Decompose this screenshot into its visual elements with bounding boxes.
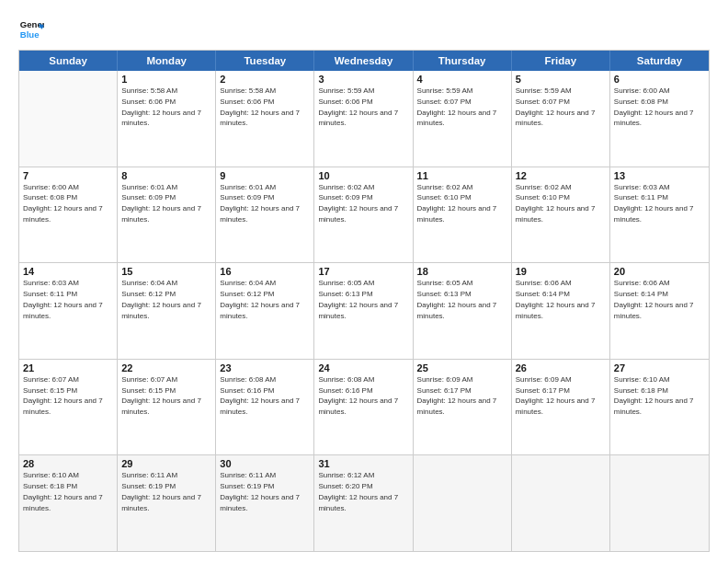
- header-day-sunday: Sunday: [19, 51, 118, 71]
- week-row-4: 28Sunrise: 6:10 AMSunset: 6:18 PMDayligh…: [19, 454, 709, 551]
- week-row-0: 1Sunrise: 5:58 AMSunset: 6:06 PMDaylight…: [19, 71, 709, 167]
- cell-info: Sunrise: 6:06 AMSunset: 6:14 PMDaylight:…: [614, 279, 694, 319]
- calendar-header: SundayMondayTuesdayWednesdayThursdayFrid…: [19, 51, 709, 71]
- day-number: 31: [318, 458, 408, 469]
- day-cell-21: 21Sunrise: 6:07 AMSunset: 6:15 PMDayligh…: [19, 360, 118, 455]
- header-day-thursday: Thursday: [414, 51, 512, 71]
- day-number: 14: [23, 266, 113, 277]
- cell-info: Sunrise: 6:05 AMSunset: 6:13 PMDaylight:…: [417, 279, 497, 319]
- day-cell-31: 31Sunrise: 6:12 AMSunset: 6:20 PMDayligh…: [314, 455, 413, 551]
- header-day-saturday: Saturday: [610, 51, 709, 71]
- day-number: 27: [614, 362, 705, 373]
- day-cell-7: 7Sunrise: 6:00 AMSunset: 6:08 PMDaylight…: [19, 167, 118, 263]
- day-cell-5: 5Sunrise: 5:59 AMSunset: 6:07 PMDaylight…: [512, 71, 610, 167]
- cell-info: Sunrise: 6:08 AMSunset: 6:16 PMDaylight:…: [220, 375, 300, 416]
- empty-cell: [414, 455, 512, 551]
- day-number: 17: [318, 266, 408, 277]
- day-cell-27: 27Sunrise: 6:10 AMSunset: 6:18 PMDayligh…: [610, 360, 709, 455]
- day-cell-17: 17Sunrise: 6:05 AMSunset: 6:13 PMDayligh…: [314, 263, 413, 359]
- week-row-2: 14Sunrise: 6:03 AMSunset: 6:11 PMDayligh…: [19, 262, 709, 359]
- day-number: 28: [23, 458, 113, 469]
- cell-info: Sunrise: 6:09 AMSunset: 6:17 PMDaylight:…: [417, 375, 497, 416]
- day-cell-26: 26Sunrise: 6:09 AMSunset: 6:17 PMDayligh…: [512, 360, 610, 455]
- day-cell-11: 11Sunrise: 6:02 AMSunset: 6:10 PMDayligh…: [414, 167, 512, 263]
- cell-info: Sunrise: 6:02 AMSunset: 6:10 PMDaylight:…: [516, 183, 596, 224]
- day-number: 29: [121, 458, 211, 469]
- week-row-3: 21Sunrise: 6:07 AMSunset: 6:15 PMDayligh…: [19, 359, 709, 455]
- day-number: 24: [318, 362, 408, 373]
- header-day-monday: Monday: [118, 51, 216, 71]
- cell-info: Sunrise: 5:58 AMSunset: 6:06 PMDaylight:…: [220, 86, 300, 127]
- cell-info: Sunrise: 6:02 AMSunset: 6:10 PMDaylight:…: [417, 183, 497, 224]
- day-cell-23: 23Sunrise: 6:08 AMSunset: 6:16 PMDayligh…: [216, 360, 314, 455]
- day-number: 16: [220, 266, 310, 277]
- cell-info: Sunrise: 6:07 AMSunset: 6:15 PMDaylight:…: [121, 375, 201, 416]
- header-day-wednesday: Wednesday: [314, 51, 413, 71]
- day-number: 30: [220, 458, 310, 469]
- day-number: 8: [121, 170, 211, 181]
- day-cell-22: 22Sunrise: 6:07 AMSunset: 6:15 PMDayligh…: [118, 360, 216, 455]
- day-number: 18: [417, 266, 507, 277]
- day-number: 26: [516, 362, 606, 373]
- day-cell-20: 20Sunrise: 6:06 AMSunset: 6:14 PMDayligh…: [610, 263, 709, 359]
- cell-info: Sunrise: 6:09 AMSunset: 6:17 PMDaylight:…: [516, 375, 596, 416]
- day-cell-1: 1Sunrise: 5:58 AMSunset: 6:06 PMDaylight…: [118, 71, 216, 167]
- cell-info: Sunrise: 5:58 AMSunset: 6:06 PMDaylight:…: [121, 86, 201, 127]
- day-number: 6: [614, 74, 705, 85]
- cell-info: Sunrise: 6:11 AMSunset: 6:19 PMDaylight:…: [220, 471, 300, 511]
- page: General Blue SundayMondayTuesdayWednesda…: [0, 0, 728, 563]
- empty-cell: [610, 455, 709, 551]
- day-number: 13: [614, 170, 705, 181]
- cell-info: Sunrise: 6:01 AMSunset: 6:09 PMDaylight:…: [220, 183, 300, 224]
- day-cell-25: 25Sunrise: 6:09 AMSunset: 6:17 PMDayligh…: [414, 360, 512, 455]
- day-number: 11: [417, 170, 507, 181]
- day-cell-2: 2Sunrise: 5:58 AMSunset: 6:06 PMDaylight…: [216, 71, 314, 167]
- calendar-body: 1Sunrise: 5:58 AMSunset: 6:06 PMDaylight…: [19, 71, 709, 551]
- cell-info: Sunrise: 6:11 AMSunset: 6:19 PMDaylight:…: [121, 471, 201, 511]
- cell-info: Sunrise: 6:06 AMSunset: 6:14 PMDaylight:…: [516, 279, 596, 319]
- day-cell-13: 13Sunrise: 6:03 AMSunset: 6:11 PMDayligh…: [610, 167, 709, 263]
- cell-info: Sunrise: 6:01 AMSunset: 6:09 PMDaylight:…: [121, 183, 201, 224]
- cell-info: Sunrise: 6:03 AMSunset: 6:11 PMDaylight:…: [23, 279, 103, 319]
- svg-text:Blue: Blue: [20, 29, 40, 40]
- day-cell-6: 6Sunrise: 6:00 AMSunset: 6:08 PMDaylight…: [610, 71, 709, 167]
- cell-info: Sunrise: 5:59 AMSunset: 6:06 PMDaylight:…: [318, 86, 398, 127]
- day-cell-8: 8Sunrise: 6:01 AMSunset: 6:09 PMDaylight…: [118, 167, 216, 263]
- cell-info: Sunrise: 6:00 AMSunset: 6:08 PMDaylight:…: [23, 183, 103, 224]
- day-number: 23: [220, 362, 310, 373]
- day-number: 2: [220, 74, 310, 85]
- empty-cell: [512, 455, 610, 551]
- cell-info: Sunrise: 6:04 AMSunset: 6:12 PMDaylight:…: [220, 279, 300, 319]
- cell-info: Sunrise: 6:02 AMSunset: 6:09 PMDaylight:…: [318, 183, 398, 224]
- cell-info: Sunrise: 6:10 AMSunset: 6:18 PMDaylight:…: [23, 471, 103, 511]
- day-cell-16: 16Sunrise: 6:04 AMSunset: 6:12 PMDayligh…: [216, 263, 314, 359]
- cell-info: Sunrise: 6:07 AMSunset: 6:15 PMDaylight:…: [23, 375, 103, 416]
- cell-info: Sunrise: 6:05 AMSunset: 6:13 PMDaylight:…: [318, 279, 398, 319]
- day-number: 3: [318, 74, 408, 85]
- day-cell-30: 30Sunrise: 6:11 AMSunset: 6:19 PMDayligh…: [216, 455, 314, 551]
- header-day-friday: Friday: [512, 51, 610, 71]
- day-cell-24: 24Sunrise: 6:08 AMSunset: 6:16 PMDayligh…: [314, 360, 413, 455]
- day-cell-18: 18Sunrise: 6:05 AMSunset: 6:13 PMDayligh…: [414, 263, 512, 359]
- cell-info: Sunrise: 6:04 AMSunset: 6:12 PMDaylight:…: [121, 279, 201, 319]
- day-cell-3: 3Sunrise: 5:59 AMSunset: 6:06 PMDaylight…: [314, 71, 413, 167]
- calendar: SundayMondayTuesdayWednesdayThursdayFrid…: [18, 50, 710, 552]
- day-cell-4: 4Sunrise: 5:59 AMSunset: 6:07 PMDaylight…: [414, 71, 512, 167]
- day-cell-14: 14Sunrise: 6:03 AMSunset: 6:11 PMDayligh…: [19, 263, 118, 359]
- header: General Blue: [18, 17, 710, 42]
- day-cell-28: 28Sunrise: 6:10 AMSunset: 6:18 PMDayligh…: [19, 455, 118, 551]
- day-cell-15: 15Sunrise: 6:04 AMSunset: 6:12 PMDayligh…: [118, 263, 216, 359]
- cell-info: Sunrise: 6:00 AMSunset: 6:08 PMDaylight:…: [614, 86, 694, 127]
- day-number: 12: [516, 170, 606, 181]
- day-number: 25: [417, 362, 507, 373]
- day-number: 9: [220, 170, 310, 181]
- day-number: 10: [318, 170, 408, 181]
- cell-info: Sunrise: 6:12 AMSunset: 6:20 PMDaylight:…: [318, 471, 398, 511]
- cell-info: Sunrise: 6:10 AMSunset: 6:18 PMDaylight:…: [614, 375, 694, 416]
- header-day-tuesday: Tuesday: [216, 51, 314, 71]
- day-number: 5: [516, 74, 606, 85]
- day-number: 15: [121, 266, 211, 277]
- logo-icon: General Blue: [18, 17, 44, 42]
- day-number: 4: [417, 74, 507, 85]
- logo: General Blue: [18, 17, 48, 42]
